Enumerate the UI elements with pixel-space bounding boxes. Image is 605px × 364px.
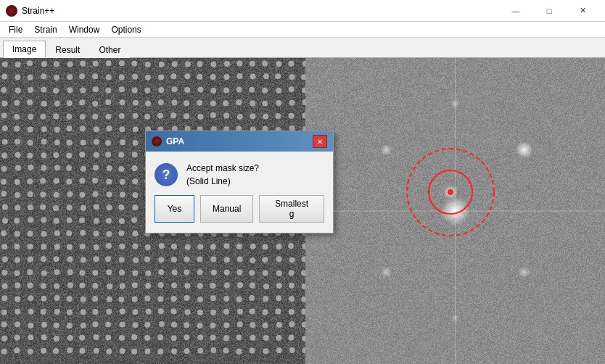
dialog-close-button[interactable]: ✕ xyxy=(313,135,327,148)
title-text: Strain++ xyxy=(22,6,499,16)
dialog: GPA ✕ ? Accept mask size? (Solid Line) Y… xyxy=(145,131,334,233)
dialog-message: Accept mask size? (Solid Line) xyxy=(186,163,324,186)
dialog-buttons: Yes Manual Smallest g xyxy=(146,195,333,233)
app-icon xyxy=(6,5,17,17)
menu-options[interactable]: Options xyxy=(105,23,147,36)
dialog-message-main: Accept mask size? xyxy=(186,163,324,173)
dialog-app-icon xyxy=(152,136,162,146)
smallest-g-button[interactable]: Smallest g xyxy=(259,195,324,223)
tab-result[interactable]: Result xyxy=(46,41,89,58)
dialog-body: ? Accept mask size? (Solid Line) xyxy=(146,152,333,195)
dialog-message-sub: (Solid Line) xyxy=(186,176,324,186)
tab-bar: Image Result Other xyxy=(0,38,605,58)
question-icon: ? xyxy=(155,163,178,186)
title-bar: Strain++ — □ ✕ xyxy=(0,0,605,22)
dialog-title-bar: GPA ✕ xyxy=(146,131,333,152)
manual-button[interactable]: Manual xyxy=(200,195,253,223)
menu-bar: File Strain Window Options xyxy=(0,22,605,38)
right-image-pane xyxy=(305,58,605,364)
menu-window[interactable]: Window xyxy=(63,23,106,36)
maximize-button[interactable]: □ xyxy=(532,0,566,22)
close-button[interactable]: ✕ xyxy=(566,0,599,22)
tab-other[interactable]: Other xyxy=(89,41,130,58)
minimize-button[interactable]: — xyxy=(499,0,532,22)
content-area: GPA ✕ ? Accept mask size? (Solid Line) Y… xyxy=(0,58,605,364)
menu-strain[interactable]: Strain xyxy=(28,23,62,36)
yes-button[interactable]: Yes xyxy=(155,195,194,223)
tab-image[interactable]: Image xyxy=(3,41,46,58)
fft-image xyxy=(305,58,605,364)
dialog-title: GPA xyxy=(166,136,313,146)
menu-file[interactable]: File xyxy=(3,23,28,36)
window-controls: — □ ✕ xyxy=(499,0,599,22)
